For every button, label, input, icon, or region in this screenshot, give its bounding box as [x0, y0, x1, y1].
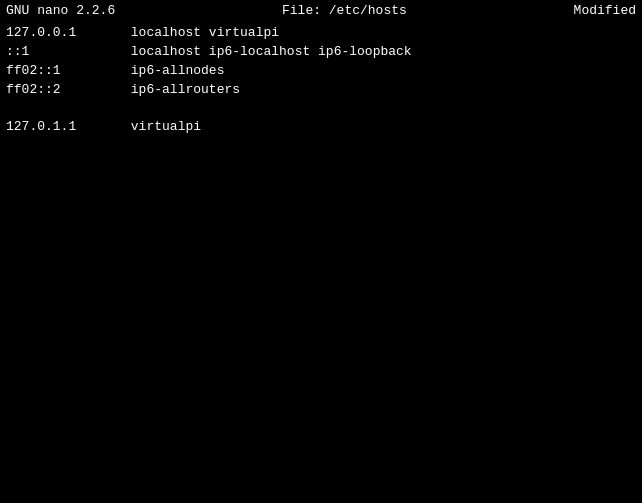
term-line [6, 100, 636, 119]
term-line-empty [6, 175, 636, 194]
term-line-empty [6, 439, 636, 458]
term-line: ff02::2 ip6-allrouters [6, 81, 636, 100]
term-line-empty [6, 458, 636, 477]
term-line-empty [6, 307, 636, 326]
terminal-header: GNU nano 2.2.6 File: /etc/hosts Modified [0, 0, 642, 22]
term-line-empty [6, 231, 636, 250]
modified-status: Modified [574, 2, 636, 20]
term-line-empty [6, 420, 636, 439]
term-line-empty [6, 401, 636, 420]
terminal-wrapper: GNU nano 2.2.6 File: /etc/hosts Modified… [0, 0, 642, 503]
term-line-empty [6, 213, 636, 232]
term-line-empty [6, 288, 636, 307]
term-line: 127.0.0.1 localhost virtualpi [6, 24, 636, 43]
terminal: GNU nano 2.2.6 File: /etc/hosts Modified… [0, 0, 642, 503]
term-line-empty [6, 250, 636, 269]
file-path: File: /etc/hosts [282, 2, 407, 20]
term-line: ::1 localhost ip6-localhost ip6-loopback [6, 43, 636, 62]
term-line-empty [6, 326, 636, 345]
term-line-empty [6, 495, 636, 503]
term-line-empty [6, 156, 636, 175]
term-line-empty [6, 363, 636, 382]
term-line-empty [6, 476, 636, 495]
term-line: ff02::1 ip6-allnodes [6, 62, 636, 81]
term-line-empty [6, 269, 636, 288]
term-line-empty [6, 382, 636, 401]
terminal-body: 127.0.0.1 localhost virtualpi::1 localho… [0, 22, 642, 503]
term-line-empty [6, 345, 636, 364]
term-line-empty [6, 194, 636, 213]
term-line-empty [6, 137, 636, 156]
nano-version: GNU nano 2.2.6 [6, 2, 115, 20]
term-line: 127.0.1.1 virtualpi [6, 118, 636, 137]
